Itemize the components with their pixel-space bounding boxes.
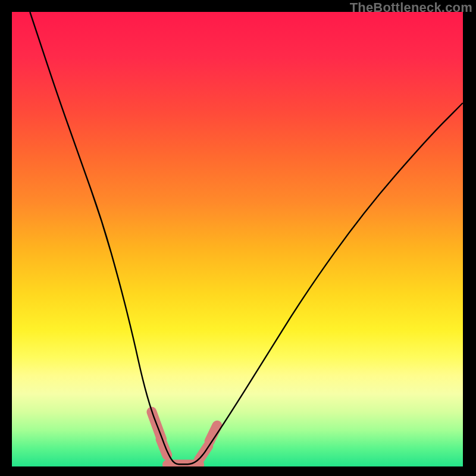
bottleneck-curve xyxy=(30,12,463,464)
plot-area xyxy=(12,12,463,466)
curve-layer xyxy=(12,12,463,466)
chart-stage: TheBottleneck.com xyxy=(0,0,476,476)
